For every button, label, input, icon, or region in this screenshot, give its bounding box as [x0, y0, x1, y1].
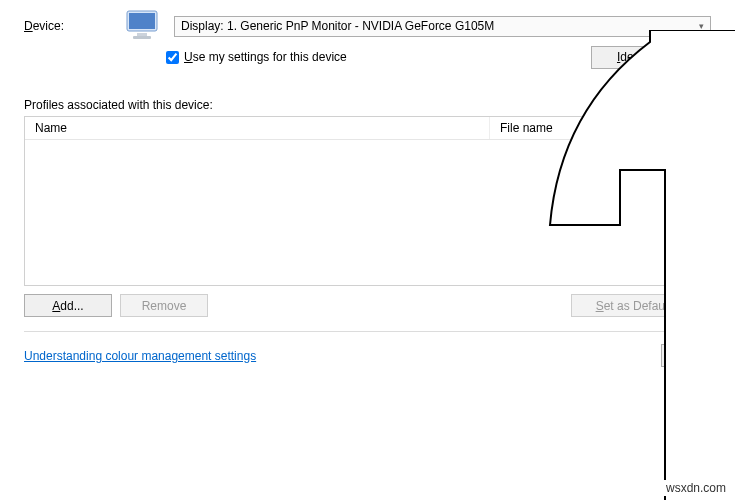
col-name-header[interactable]: Name [25, 117, 490, 139]
use-my-settings-label[interactable]: Use my settings for this device [184, 50, 347, 64]
profiles-list[interactable]: Name File name [24, 116, 711, 286]
chevron-down-icon: ▾ [699, 21, 704, 31]
identify-monitor-button[interactable]: Identify moni [591, 46, 711, 69]
device-dropdown-value: Display: 1. Generic PnP Monitor - NVIDIA… [181, 19, 494, 33]
use-my-settings-checkbox[interactable] [166, 51, 179, 64]
device-dropdown[interactable]: Display: 1. Generic PnP Monitor - NVIDIA… [174, 16, 711, 37]
add-button[interactable]: Add... [24, 294, 112, 317]
understanding-link[interactable]: Understanding colour management settings [24, 349, 256, 363]
svg-rect-2 [137, 33, 147, 36]
profiles-caption: Profiles associated with this device: [24, 98, 711, 112]
monitor-icon [124, 8, 164, 44]
device-label: Device: [24, 19, 114, 33]
profiles-list-header: Name File name [25, 117, 710, 140]
col-file-header[interactable]: File name [490, 117, 710, 139]
svg-rect-3 [133, 36, 151, 39]
p-button[interactable]: P [661, 344, 711, 367]
profiles-list-body [25, 140, 710, 285]
set-default-button: Set as Default Pr [571, 294, 711, 317]
remove-button: Remove [120, 294, 208, 317]
svg-rect-1 [129, 13, 155, 29]
divider [24, 331, 711, 332]
watermark: wsxdn.com [663, 480, 729, 496]
